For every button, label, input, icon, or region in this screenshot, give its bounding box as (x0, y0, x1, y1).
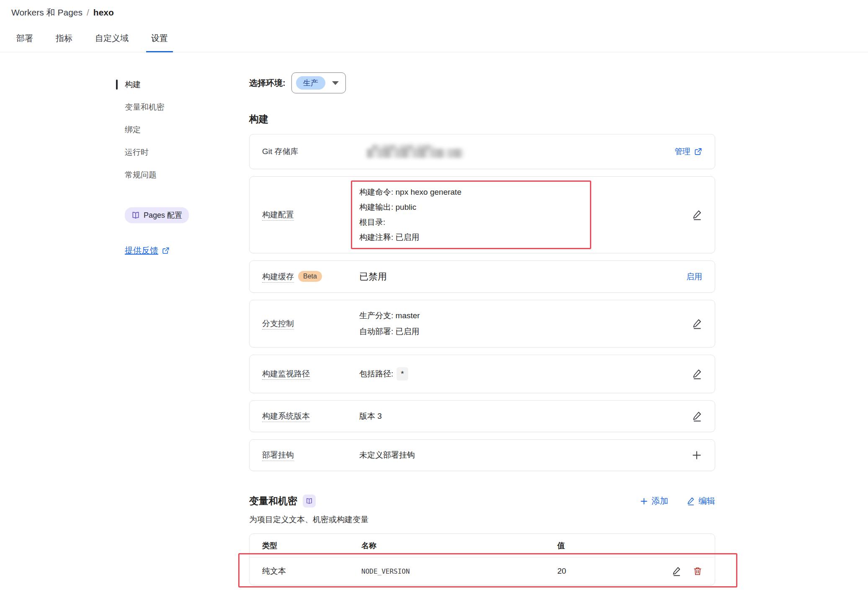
environment-select[interactable]: 生产 (291, 72, 346, 93)
chevron-down-icon (332, 81, 339, 85)
enable-build-cache-link[interactable]: 启用 (686, 271, 702, 282)
external-link-icon (162, 247, 170, 255)
auto-deploy-line: 自动部署: 已启用 (359, 326, 420, 337)
edit-variables-button[interactable]: 编辑 (687, 495, 715, 507)
breadcrumb-current: hexo (93, 8, 114, 18)
build-comments-line: 构建注释: 已启用 (359, 232, 461, 243)
add-variable-label: 添加 (652, 495, 668, 507)
branch-control-label: 分支控制 (262, 319, 294, 330)
build-watch-paths-card: 构建监视路径 包括路径:* (249, 355, 715, 393)
edit-branch-control-button[interactable] (692, 318, 702, 329)
tab-deployments[interactable]: 部署 (11, 33, 38, 52)
add-deploy-hook-button[interactable] (691, 450, 702, 461)
edit-build-system-button[interactable] (692, 411, 702, 422)
git-repository-value-redacted (359, 144, 464, 159)
environment-value-pill: 生产 (296, 76, 325, 90)
variable-value: 20 (557, 567, 672, 576)
sidebar-item-runtime[interactable]: 运行时 (116, 147, 249, 158)
deploy-hooks-value: 未定义部署挂钩 (359, 450, 415, 461)
sidebar-item-build[interactable]: 构建 (116, 79, 249, 90)
edit-variables-label: 编辑 (698, 495, 715, 507)
enable-label: 启用 (686, 271, 702, 282)
build-config-label: 构建配置 (262, 210, 294, 221)
header-name: 名称 (361, 541, 557, 551)
feedback-link[interactable]: 提供反馈 (125, 245, 170, 256)
edit-watch-paths-button[interactable] (692, 368, 702, 379)
beta-badge: Beta (298, 271, 322, 282)
pencil-icon (687, 497, 695, 505)
build-config-values: 构建命令: npx hexo generate 构建输出: public 根目录… (359, 187, 461, 243)
tab-bar: 部署 指标 自定义域 设置 (0, 33, 868, 52)
build-cache-label: 构建缓存 (262, 272, 294, 283)
edit-build-config-button[interactable] (692, 209, 702, 220)
breadcrumb: Workers 和 Pages / hexo (0, 0, 868, 18)
branch-control-card: 分支控制 生产分支: master 自动部署: 已启用 (249, 300, 715, 348)
environment-label: 选择环境: (249, 77, 286, 89)
breadcrumb-separator: / (87, 8, 89, 18)
git-repository-card: Git 存储库 管理 (249, 134, 715, 169)
deploy-hooks-label: 部署挂钩 (262, 451, 294, 461)
add-variable-button[interactable]: 添加 (640, 495, 668, 507)
variable-type: 纯文本 (262, 566, 361, 577)
edit-variable-button[interactable] (672, 566, 681, 576)
tab-settings[interactable]: 设置 (146, 33, 173, 52)
sidebar-item-bindings[interactable]: 绑定 (116, 124, 249, 135)
include-paths-label: 包括路径: (359, 369, 393, 378)
variables-docs-badge[interactable] (303, 495, 316, 508)
build-cache-status: 已禁用 (359, 271, 387, 282)
variable-name: NODE_VERSION (361, 567, 557, 575)
manage-repo-label: 管理 (675, 146, 690, 157)
include-path-chip: * (397, 367, 408, 381)
external-link-icon (694, 147, 702, 156)
breadcrumb-root-link[interactable]: Workers 和 Pages (11, 7, 82, 18)
git-repository-label: Git 存储库 (262, 147, 299, 157)
build-config-card: 构建配置 构建命令: npx hexo generate 构建输出: publi… (249, 176, 715, 253)
pages-config-label: Pages 配置 (144, 210, 182, 220)
variables-table: 类型 名称 值 纯文本 NODE_VERSION 20 (249, 533, 715, 585)
book-icon (306, 497, 313, 505)
build-system-version-label: 构建系统版本 (262, 412, 310, 422)
build-system-version-value: 版本 3 (359, 411, 382, 422)
sidebar-item-general[interactable]: 常规问题 (116, 170, 249, 180)
pages-config-badge[interactable]: Pages 配置 (125, 207, 189, 223)
variables-subtitle: 为项目定义文本、机密或构建变量 (249, 514, 715, 525)
plus-icon (640, 497, 648, 505)
variables-table-header: 类型 名称 值 (250, 534, 715, 557)
header-type: 类型 (262, 541, 361, 551)
delete-variable-button[interactable] (693, 566, 702, 576)
book-icon (131, 211, 140, 219)
manage-repo-link[interactable]: 管理 (675, 146, 702, 157)
variable-row-node-version: 纯文本 NODE_VERSION 20 (250, 557, 715, 585)
settings-sidebar: 构建 变量和机密 绑定 运行时 常规问题 Pages 配置 提供反馈 (116, 72, 249, 585)
build-output-line: 构建输出: public (359, 202, 461, 213)
feedback-label: 提供反馈 (125, 245, 158, 256)
root-directory-line: 根目录: (359, 217, 461, 228)
tab-custom-domains[interactable]: 自定义域 (90, 33, 134, 52)
tab-metrics[interactable]: 指标 (51, 33, 77, 52)
variables-section-title: 变量和机密 (249, 495, 297, 508)
sidebar-item-variables[interactable]: 变量和机密 (116, 102, 249, 113)
deploy-hooks-card: 部署挂钩 未定义部署挂钩 (249, 439, 715, 471)
production-branch-line: 生产分支: master (359, 310, 420, 321)
build-cache-card: 构建缓存Beta 已禁用 启用 (249, 260, 715, 293)
build-command-line: 构建命令: npx hexo generate (359, 187, 461, 198)
build-section-title: 构建 (249, 113, 715, 126)
build-system-version-card: 构建系统版本 版本 3 (249, 400, 715, 432)
build-watch-paths-label: 构建监视路径 (262, 369, 310, 380)
header-value: 值 (557, 541, 702, 551)
